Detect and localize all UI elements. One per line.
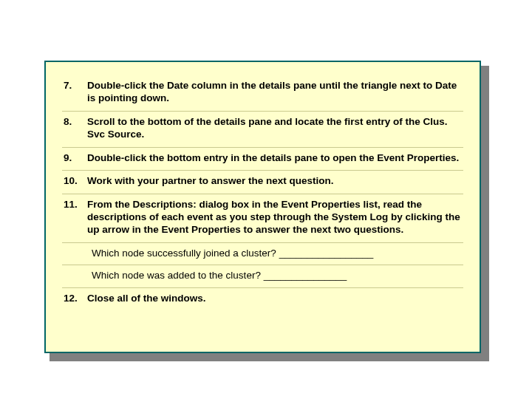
instruction-list: 7. Double-click the Date column in the d… — [46, 62, 480, 321]
step-10: 10. Work with your partner to answer the… — [62, 171, 463, 194]
step-number: 11. — [62, 199, 87, 211]
step-number: 8. — [62, 116, 87, 129]
step-number: 9. — [62, 152, 87, 165]
step-text: Double-click the bottom entry in the det… — [87, 152, 463, 165]
question-text: Which node was added to the cluster? ___… — [92, 269, 463, 282]
step-text: Close all of the windows. — [87, 293, 463, 305]
question-1: Which node successfully joined a cluster… — [62, 243, 463, 266]
step-number: 7. — [62, 80, 87, 92]
step-9: 9. Double-click the bottom entry in the … — [62, 148, 463, 171]
step-number: 12. — [62, 293, 87, 305]
step-number: 10. — [62, 175, 87, 188]
indent-spacer — [62, 269, 92, 282]
step-11: 11. From the Descriptions: dialog box in… — [62, 194, 463, 243]
instruction-panel: 7. Double-click the Date column in the d… — [44, 61, 481, 353]
step-text: Double-click the Date column in the deta… — [87, 80, 463, 105]
step-text: From the Descriptions: dialog box in the… — [87, 199, 463, 236]
indent-spacer — [62, 247, 92, 260]
step-8: 8. Scroll to the bottom of the details p… — [62, 112, 463, 148]
step-7: 7. Double-click the Date column in the d… — [62, 75, 463, 112]
step-text: Scroll to the bottom of the details pane… — [87, 116, 463, 141]
question-text: Which node successfully joined a cluster… — [92, 247, 463, 260]
step-12: 12. Close all of the windows. — [62, 288, 463, 311]
step-text: Work with your partner to answer the nex… — [87, 175, 463, 188]
question-2: Which node was added to the cluster? ___… — [62, 265, 463, 288]
